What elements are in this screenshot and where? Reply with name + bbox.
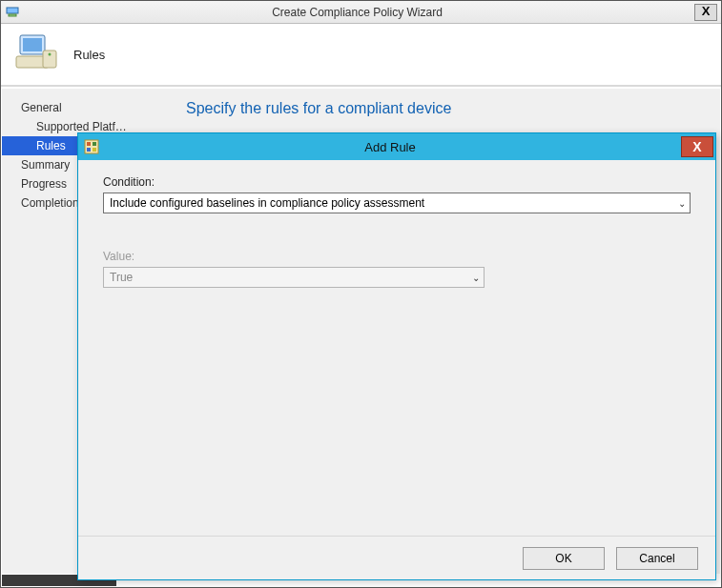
- cancel-button[interactable]: Cancel: [616, 547, 698, 570]
- condition-dropdown[interactable]: Include configured baselines in complian…: [103, 193, 691, 213]
- svg-rect-11: [93, 148, 96, 152]
- value-label: Value:: [103, 250, 691, 263]
- chevron-down-icon: ⌄: [472, 273, 480, 283]
- add-rule-footer: OK Cancel: [78, 536, 715, 579]
- add-rule-dialog: Add Rule X Condition: Include configured…: [77, 132, 716, 580]
- wizard-page-name: Rules: [73, 48, 105, 62]
- svg-rect-9: [93, 142, 96, 146]
- content-heading: Specify the rules for a compliant device: [186, 100, 703, 117]
- dialog-system-icon: [84, 139, 99, 154]
- add-rule-body: Condition: Include configured baselines …: [78, 160, 715, 536]
- wizard-title-bar: Create Compliance Policy Wizard X: [1, 1, 721, 24]
- condition-label: Condition:: [103, 175, 691, 189]
- ok-button[interactable]: OK: [523, 547, 605, 570]
- value-dropdown: True ⌄: [103, 267, 485, 288]
- add-rule-close-button[interactable]: X: [681, 136, 713, 157]
- chevron-down-icon: ⌄: [678, 198, 686, 209]
- svg-rect-1: [9, 14, 16, 16]
- svg-rect-8: [87, 142, 91, 146]
- add-rule-title-bar: Add Rule X: [78, 133, 715, 160]
- wizard-window: Create Compliance Policy Wizard X Rules …: [0, 0, 722, 588]
- nav-item-general[interactable]: General: [2, 98, 169, 117]
- wizard-title-text: Create Compliance Policy Wizard: [20, 6, 694, 19]
- wizard-system-icon: [5, 5, 20, 20]
- wizard-close-button[interactable]: X: [694, 4, 717, 21]
- svg-rect-0: [7, 8, 18, 13]
- condition-dropdown-text: Include configured baselines in complian…: [110, 196, 678, 210]
- value-dropdown-text: True: [110, 271, 472, 284]
- computer-icon: [14, 31, 60, 77]
- wizard-header: Rules: [1, 24, 721, 87]
- svg-rect-10: [87, 148, 91, 152]
- svg-point-6: [49, 53, 52, 56]
- add-rule-title-text: Add Rule: [99, 140, 681, 154]
- svg-rect-3: [23, 38, 42, 51]
